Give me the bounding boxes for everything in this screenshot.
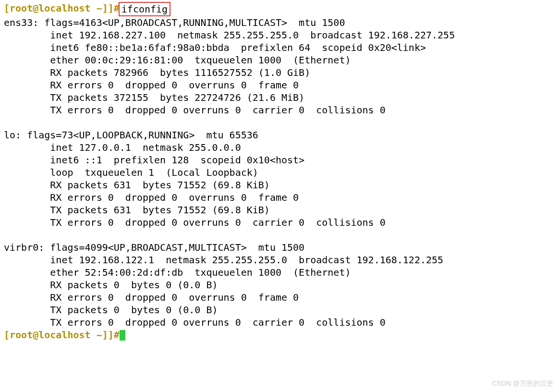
watermark-text: CSDN @万恶的汉堡	[492, 380, 553, 388]
terminal-output[interactable]: [root@localhost ~]]#ifconfig ens33: flag…	[0, 0, 559, 343]
command-highlight-box: ifconfig	[119, 2, 170, 16]
shell-prompt-2: [root@localhost ~]]#	[4, 329, 120, 341]
cursor-block	[120, 330, 125, 341]
command-text: ifconfig	[122, 3, 168, 15]
shell-prompt-1: [root@localhost ~]]#	[4, 2, 120, 14]
ifconfig-block: ens33: flags=4163<UP,BROADCAST,RUNNING,M…	[4, 17, 455, 328]
